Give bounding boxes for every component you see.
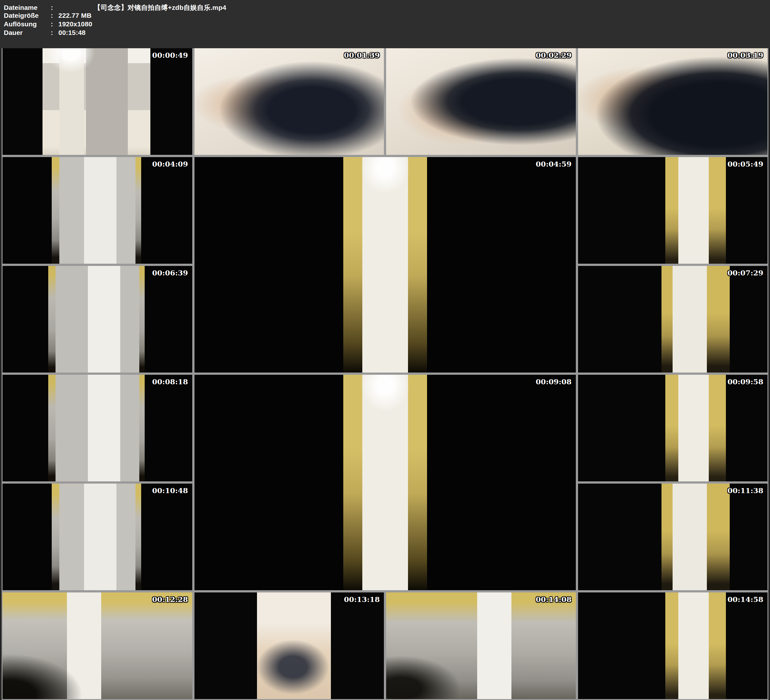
thumbnail-timestamp: 00:09:58	[728, 378, 764, 385]
video-thumbnail: 00:13:18	[194, 592, 384, 699]
video-thumbnail: 00:14:08	[386, 592, 576, 699]
file-info-row: Dauer : 00:15:48	[4, 29, 770, 37]
file-info-label: Auflösung	[4, 20, 51, 28]
thumbnail-timestamp: 00:07:29	[728, 269, 764, 276]
video-thumbnail: 00:00:49	[3, 48, 192, 155]
duration-value: 00:15:48	[58, 29, 86, 37]
thumbnail-timestamp: 00:05:49	[728, 160, 764, 167]
video-thumbnail: 00:06:39	[3, 266, 192, 373]
file-info-separator: :	[51, 12, 58, 19]
file-info-separator: :	[51, 29, 58, 37]
video-thumbnail-large: 00:09:08	[194, 375, 576, 590]
thumbnail-timestamp: 00:14:58	[728, 596, 764, 603]
thumbnail-timestamp: 00:08:18	[152, 378, 188, 385]
file-size-value: 222.77 MB	[58, 12, 92, 19]
file-info-label: Dateiname	[4, 4, 51, 11]
video-thumbnail: 00:11:38	[578, 484, 768, 590]
video-thumbnail: 00:12:28	[3, 592, 192, 699]
video-thumbnail-large: 00:04:59	[194, 157, 576, 373]
thumbnail-timestamp: 00:03:19	[728, 52, 764, 59]
file-info-separator: :	[51, 20, 58, 28]
file-info-label: Dauer	[4, 29, 51, 37]
file-info-label: Dateigröße	[4, 12, 51, 19]
file-info-separator: :	[51, 4, 58, 11]
thumbnail-timestamp: 00:02:29	[535, 52, 571, 59]
thumbnail-timestamp: 00:04:09	[152, 160, 188, 167]
video-thumbnail: 00:05:49	[578, 157, 768, 264]
video-thumbnail: 00:07:29	[578, 266, 768, 373]
thumbnail-timestamp: 00:13:18	[344, 596, 380, 603]
thumbnail-timestamp: 00:12:28	[152, 596, 188, 603]
thumbnail-grid: 00:00:49 00:01:39 00:02:29 00:03:19 00:0…	[2, 48, 768, 700]
file-info-row: Auflösung : 1920x1080	[4, 20, 770, 29]
thumbnail-timestamp: 00:00:49	[152, 52, 188, 59]
file-info-row: Dateigröße : 222.77 MB	[4, 12, 770, 20]
thumbnail-timestamp: 00:09:08	[535, 378, 571, 385]
thumbnail-timestamp: 00:01:39	[344, 52, 380, 59]
video-thumbnail: 00:01:39	[194, 48, 384, 155]
video-thumbnail: 00:10:48	[3, 484, 192, 590]
video-thumbnail: 00:04:09	[3, 157, 192, 264]
file-name-value: 【司念念】对镜自拍自缚+zdb自娱自乐.mp4	[58, 3, 226, 12]
file-info-row: Dateiname : 【司念念】对镜自拍自缚+zdb自娱自乐.mp4	[4, 3, 770, 12]
video-thumbnail: 00:03:19	[578, 48, 768, 155]
video-thumbnail: 00:08:18	[3, 375, 192, 481]
thumbnail-timestamp: 00:11:38	[728, 487, 764, 494]
video-thumbnail: 00:14:58	[578, 592, 768, 699]
resolution-value: 1920x1080	[58, 20, 92, 28]
thumbnail-timestamp: 00:06:39	[152, 269, 188, 276]
thumbnail-timestamp: 00:04:59	[535, 160, 571, 167]
video-thumbnail: 00:09:58	[578, 375, 768, 481]
thumbnail-timestamp: 00:14:08	[535, 596, 571, 603]
thumbnail-timestamp: 00:10:48	[152, 487, 188, 494]
contact-sheet: Dateiname : 【司念念】对镜自拍自缚+zdb自娱自乐.mp4 Date…	[0, 0, 770, 700]
file-info-header: Dateiname : 【司念念】对镜自拍自缚+zdb自娱自乐.mp4 Date…	[0, 0, 770, 48]
video-thumbnail: 00:02:29	[386, 48, 576, 155]
